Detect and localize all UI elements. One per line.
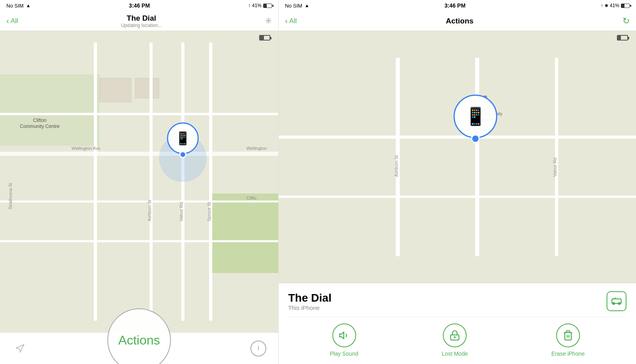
wifi-icon: ▲ xyxy=(26,3,31,8)
device-info-panel: The Dial This iPhone xyxy=(279,283,636,364)
left-phone: No SIM ▲ 3:46 PM ↑ 41% ‹ All The Dial Up… xyxy=(0,0,278,364)
device-pin-left: 📱 xyxy=(167,122,199,154)
play-sound-button[interactable]: Play Sound xyxy=(330,323,359,357)
time-display-right: 3:46 PM xyxy=(444,2,465,9)
svg-point-38 xyxy=(619,303,620,305)
svg-rect-2 xyxy=(211,194,278,273)
svg-rect-24 xyxy=(279,58,636,256)
erase-iphone-button[interactable]: Erase iPhone xyxy=(551,323,585,357)
map-area-right: Ashburn St Valour Rd The Living Christ C… xyxy=(279,31,636,283)
refresh-button[interactable]: ↻ xyxy=(622,16,630,26)
status-left-group: No SIM ▲ xyxy=(6,3,31,9)
battery-icon-left xyxy=(263,4,272,8)
device-name-group: The Dial This iPhone xyxy=(288,292,332,311)
location-icon-right: ↑ xyxy=(601,3,603,8)
location-icon: ↑ xyxy=(248,3,250,8)
play-sound-label: Play Sound xyxy=(330,350,359,357)
bluetooth-icon: ✱ xyxy=(605,3,608,8)
svg-text:Ashburn St: Ashburn St xyxy=(147,200,152,221)
nav-title-left: The Dial xyxy=(127,14,156,23)
svg-marker-39 xyxy=(339,332,344,339)
svg-text:Ashburn St: Ashburn St xyxy=(394,155,399,177)
back-label-left: All xyxy=(11,17,18,25)
svg-text:Valour Rd: Valour Rd xyxy=(179,202,184,221)
map-area-left: Wellington Ave Strathcona St Ashburn St … xyxy=(0,31,278,332)
device-dot-right xyxy=(471,134,480,143)
lost-mode-label: Lost Mode xyxy=(442,350,468,357)
time-display-left: 3:46 PM xyxy=(129,2,150,9)
svg-rect-1 xyxy=(0,74,99,146)
svg-text:Wellington Ave: Wellington Ave xyxy=(72,146,100,151)
device-circle-left: 📱 xyxy=(167,122,199,154)
battery-pct-right: 41% xyxy=(610,3,619,8)
iphone-icon-left: 📱 xyxy=(175,131,191,146)
back-button-left[interactable]: ‹ All xyxy=(6,16,18,25)
svg-text:Spruce St: Spruce St xyxy=(207,202,211,221)
erase-iphone-label: Erase iPhone xyxy=(551,350,585,357)
device-info-header: The Dial This iPhone xyxy=(288,291,626,311)
battery-pct-left: 41% xyxy=(252,3,262,8)
status-left-group-right: No SIM ▲ xyxy=(285,3,309,9)
no-sim-label-right: No SIM xyxy=(285,3,302,9)
no-sim-label: No SIM xyxy=(6,3,23,9)
right-phone: No SIM ▲ 3:46 PM ↑ ✱ 41% ‹ All Actions ↻ xyxy=(278,0,636,364)
nav-bar-left: ‹ All The Dial Updating location... ✳ xyxy=(0,11,278,31)
svg-text:Strathcona St: Strathcona St xyxy=(8,183,13,209)
loading-icon-left: ✳ xyxy=(265,16,272,26)
map-battery-indicator-right xyxy=(617,35,628,41)
device-circle-right: 📱 xyxy=(454,95,497,138)
svg-rect-4 xyxy=(135,78,159,98)
wifi-icon-right: ▲ xyxy=(304,3,309,8)
info-button[interactable]: i xyxy=(250,341,266,356)
svg-text:Wellington: Wellington xyxy=(246,146,267,151)
erase-icon xyxy=(556,323,580,347)
device-name: The Dial xyxy=(288,292,332,304)
svg-text:Clifton: Clifton xyxy=(33,118,47,123)
map-svg-left: Wellington Ave Strathcona St Ashburn St … xyxy=(0,31,278,332)
lost-mode-icon xyxy=(443,323,467,347)
actions-label: Actions xyxy=(118,333,160,348)
chevron-left-icon-right: ‹ xyxy=(285,16,288,25)
iphone-icon-right: 📱 xyxy=(465,106,487,127)
bottom-bar-left: Actions i xyxy=(0,332,278,364)
back-label-right: All xyxy=(289,17,297,25)
location-button[interactable] xyxy=(12,341,28,356)
map-svg-right: Ashburn St Valour Rd The Living Christ C… xyxy=(279,31,636,283)
svg-text:Clifto: Clifto xyxy=(246,196,256,200)
status-bar-right: No SIM ▲ 3:46 PM ↑ ✱ 41% xyxy=(279,0,636,11)
status-right-group-right: ↑ ✱ 41% xyxy=(601,3,630,8)
battery-icon-right xyxy=(621,4,630,8)
svg-text:Community Centre: Community Centre xyxy=(20,124,60,129)
status-right-group: ↑ 41% xyxy=(248,3,272,8)
nav-title-right: Actions xyxy=(446,17,473,25)
back-button-right[interactable]: ‹ All xyxy=(285,16,297,25)
play-sound-icon xyxy=(332,323,356,347)
svg-rect-3 xyxy=(99,78,131,102)
directions-button[interactable] xyxy=(607,291,626,311)
action-buttons-row: Play Sound Lost Mode xyxy=(288,317,626,360)
nav-center-left: The Dial Updating location... xyxy=(121,14,162,28)
svg-point-41 xyxy=(454,337,455,338)
svg-marker-23 xyxy=(16,345,24,352)
nav-subtitle-left: Updating location... xyxy=(121,23,162,28)
svg-point-37 xyxy=(613,303,615,305)
info-icon: i xyxy=(258,344,259,352)
status-bar-left: No SIM ▲ 3:46 PM ↑ 41% xyxy=(0,0,278,11)
svg-text:Valour Rd: Valour Rd xyxy=(553,158,557,177)
nav-bar-right: ‹ All Actions ↻ xyxy=(279,11,636,31)
lost-mode-button[interactable]: Lost Mode xyxy=(442,323,468,357)
chevron-left-icon: ‹ xyxy=(6,16,9,25)
device-dot-left xyxy=(179,151,186,158)
device-type: This iPhone xyxy=(288,304,332,311)
device-pin-right: 📱 xyxy=(454,95,497,138)
map-battery-indicator xyxy=(259,35,270,41)
